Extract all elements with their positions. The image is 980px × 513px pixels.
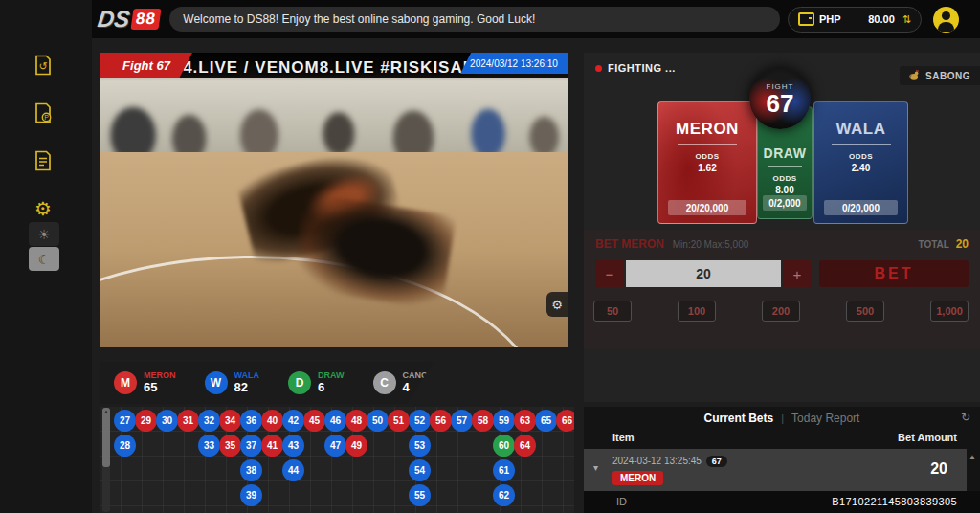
stat-value: 6 <box>318 381 345 395</box>
bet-history-icon[interactable]: ↺ <box>29 52 57 78</box>
settings-gear-icon[interactable]: ⚙ <box>29 195 57 222</box>
chip-1000[interactable]: 1,000 <box>930 301 969 322</box>
history-circle: 51 <box>388 410 410 432</box>
column-item: Item <box>612 432 635 443</box>
fight-number-badge: Fight 67 <box>100 53 192 78</box>
history-circle: 30 <box>156 410 178 432</box>
bet-id-row: ID B1710221145803839305 <box>584 491 980 513</box>
chip-100[interactable]: 100 <box>678 301 716 322</box>
svg-text:↺: ↺ <box>38 60 47 72</box>
history-circle: 41 <box>261 435 283 457</box>
bet-id-value: B1710221145803839305 <box>832 496 957 507</box>
stat-value: 4 <box>403 381 439 395</box>
bet-side-label: BET MERON <box>595 237 664 251</box>
history-circle: 53 <box>409 435 431 457</box>
provider-label: SABONG <box>925 71 970 81</box>
result-counters: MMERON65WWALA82DDRAW6CCANCEL4 <box>100 362 434 404</box>
column-bet-amount: Bet Amount <box>898 432 957 443</box>
history-circle: 55 <box>409 484 431 506</box>
wala-title: WALA <box>814 120 907 139</box>
history-circle: 32 <box>198 410 220 432</box>
bet-id-label: ID <box>616 496 627 507</box>
bet-row-amount: 20 <box>930 460 947 478</box>
history-circle: 49 <box>345 435 368 457</box>
history-circle: 42 <box>282 410 304 432</box>
amount-plus-button[interactable]: + <box>783 260 812 287</box>
history-circle: 27 <box>114 410 136 432</box>
bet-amount-input[interactable] <box>626 260 781 287</box>
bet-limits: Min:20 Max:5,000 <box>673 239 749 250</box>
chevron-down-icon[interactable]: ▾ <box>593 462 598 473</box>
history-circle: 50 <box>367 410 389 432</box>
live-video[interactable]: UCUP4.LIVE / VENOM8.LIVE #RISKISAN Fight… <box>100 53 568 347</box>
bet-row[interactable]: ▾ 2024-03-12 13:25:4567 MERON 20 <box>584 449 967 491</box>
stat-cancel: CCANCEL4 <box>373 370 439 394</box>
welcome-marquee: Welcome to DS88! Enjoy the best online s… <box>169 7 780 32</box>
history-circle: 38 <box>240 459 262 481</box>
history-circle: 39 <box>240 484 262 506</box>
history-circle: 34 <box>219 410 241 432</box>
history-circle: 37 <box>240 435 262 457</box>
history-circle: 31 <box>177 410 199 432</box>
betting-panel: FIGHTING ... SABONG FIGHT 67 MERON ODDS … <box>584 53 980 402</box>
reports-icon[interactable] <box>29 147 57 174</box>
bets-tabs: Current Bets | Today Report ↻ <box>584 407 980 430</box>
quick-chip-row: 501002005001,000 <box>593 301 969 323</box>
history-circle: 58 <box>472 410 494 432</box>
stat-letter-badge: M <box>114 371 137 394</box>
chip-200[interactable]: 200 <box>762 301 800 322</box>
meron-bet-card[interactable]: MERON ODDS 1.62 20/20,000 <box>657 101 757 224</box>
stat-letter-badge: D <box>288 371 311 394</box>
wallet-pill[interactable]: PHP 80.00 ⇅ <box>788 7 922 33</box>
fight-status-text: FIGHTING ... <box>608 62 676 74</box>
history-circle: 46 <box>324 410 346 432</box>
bet-button[interactable]: BET <box>819 260 969 287</box>
tab-current-bets[interactable]: Current Bets <box>704 412 774 425</box>
bet-timestamp: 2024-03-12 13:25:45 <box>612 456 702 466</box>
logo-88-text: 88 <box>131 9 162 30</box>
history-circle: 57 <box>451 410 473 432</box>
total-label: TOTAL <box>918 239 948 250</box>
history-circle: 36 <box>240 410 262 432</box>
history-scrollbar[interactable]: ▲ <box>102 408 110 512</box>
video-settings-icon[interactable]: ⚙ <box>546 292 568 317</box>
history-circle: 61 <box>493 459 515 481</box>
stat-value: 65 <box>144 381 176 395</box>
meron-pool-amount: 20/20,000 <box>668 200 746 215</box>
fight-number-circle: FIGHT 67 <box>749 68 811 129</box>
ds88-logo[interactable]: DS 88 <box>98 6 160 33</box>
meron-odds-value: 1.62 <box>658 163 756 173</box>
wala-bet-card[interactable]: WALA ODDS 2.40 0/20,000 <box>813 101 908 224</box>
bet-records-icon[interactable]: P <box>29 100 57 126</box>
bet-team-badge: MERON <box>612 471 663 485</box>
wallet-balance: 80.00 <box>868 13 895 25</box>
stat-letter-badge: W <box>205 371 228 394</box>
app: ↺ P ⚙ ☀ ☾ DS 88 Welcome to DS88! Enjoy t… <box>0 0 980 513</box>
wallet-currency: PHP <box>819 13 841 25</box>
history-circle: 44 <box>282 459 304 481</box>
fight-circle-number: 67 <box>767 91 794 116</box>
history-circle: 52 <box>409 410 431 432</box>
draw-odds-value: 8.00 <box>758 185 812 195</box>
bet-row-time: 2024-03-12 13:25:4567 <box>612 456 727 467</box>
stat-wala: WWALA82 <box>205 370 260 394</box>
history-circle: 29 <box>135 410 157 432</box>
user-avatar[interactable] <box>933 7 959 33</box>
balance-refresh-icon[interactable]: ⇅ <box>902 13 911 26</box>
history-circle: 65 <box>535 410 557 432</box>
left-rail: ↺ P ⚙ ☀ ☾ <box>0 0 92 513</box>
history-circle: 63 <box>514 410 536 432</box>
chip-50[interactable]: 50 <box>593 301 632 322</box>
light-mode-icon[interactable]: ☀ <box>29 222 59 246</box>
bet-fight-badge: 67 <box>706 456 727 467</box>
stream-watermark: UCUP4.LIVE / VENOM8.LIVE #RISKISAN <box>133 58 501 78</box>
bets-refresh-icon[interactable]: ↻ <box>961 411 970 424</box>
dark-mode-icon[interactable]: ☾ <box>29 247 59 271</box>
amount-minus-button[interactable]: − <box>595 260 624 287</box>
history-circle: 33 <box>198 435 220 457</box>
bet-controls: BET MERON Min:20 Max:5,000 TOTAL 20 − + … <box>584 230 980 349</box>
history-circle: 47 <box>324 435 346 457</box>
tab-today-report[interactable]: Today Report <box>791 412 859 425</box>
chip-500[interactable]: 500 <box>846 301 884 322</box>
bets-scroll-up-icon[interactable]: ▲ <box>969 453 976 461</box>
